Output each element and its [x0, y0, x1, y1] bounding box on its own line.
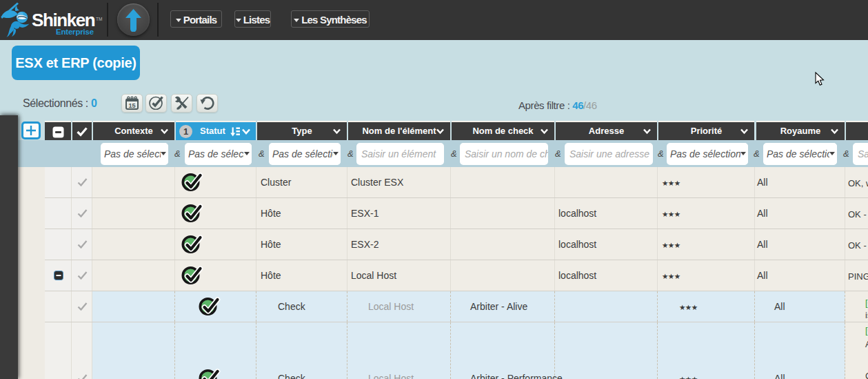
svg-text:15: 15	[128, 102, 135, 109]
